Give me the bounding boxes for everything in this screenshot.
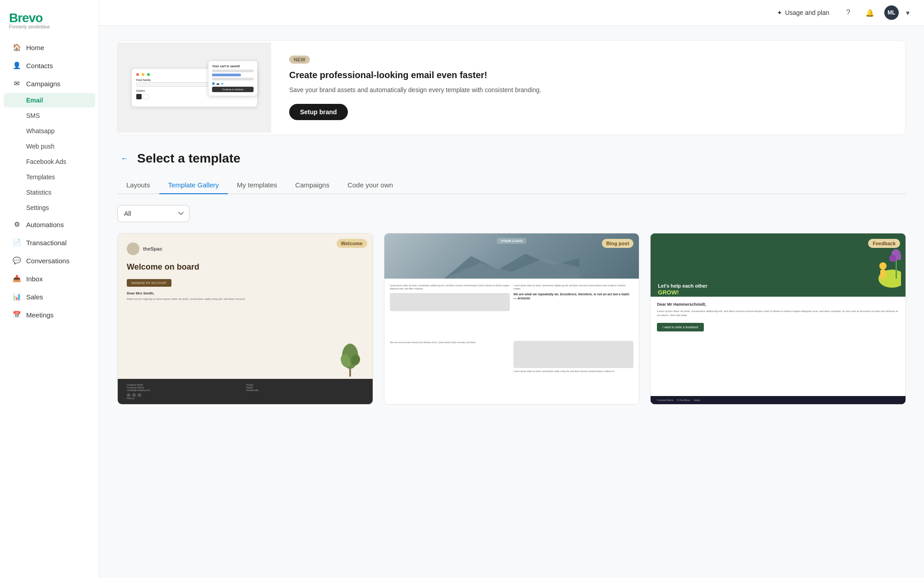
meetings-icon: 📅 [13,311,21,319]
welcome-brand-name: theSpac [143,246,162,252]
sidebar-sub-statistics[interactable]: Statistics [4,185,95,200]
sidebar-item-home[interactable]: 🏠 Home [4,39,95,56]
promo-title: Create professional-looking email even f… [289,69,887,81]
promo-banner: Font family Colors Your cart is saved! [117,40,906,135]
sidebar-sub-webpush[interactable]: Web push [4,139,95,154]
sidebar-sub-whatsapp[interactable]: Whatsapp [4,124,95,138]
contacts-icon: 👤 [13,61,21,70]
header: ✦ Usage and plan ? 🔔 ML ▾ [99,0,924,26]
template-badge-feedback: Feedback [868,239,900,248]
sidebar-item-sales[interactable]: 📊 Sales [4,288,95,305]
sidebar-sub-facebook-ads[interactable]: Facebook Ads [4,154,95,169]
cart-mockup: Your cart is saved! 📘 📷 🐦 Continue to ch… [208,61,258,96]
sidebar-item-label: Transactional [26,239,67,247]
sales-icon: 📊 [13,293,21,301]
sidebar-item-label: Home [26,44,44,51]
welcome-logo-circle [127,242,139,255]
template-card-welcome[interactable]: Welcome theSpac Welcome on board MANAGE … [117,233,373,405]
sidebar-item-transactional[interactable]: 📄 Transactional [4,234,95,251]
user-dropdown-icon[interactable]: ▾ [906,9,910,17]
home-icon: 🏠 [13,43,21,51]
promo-text: NEW Create professional-looking email ev… [271,41,906,135]
category-filter[interactable]: All E-commerce Newsletter Welcome Feedba… [117,205,189,222]
transactional-icon: 📄 [13,238,21,247]
tab-my-templates[interactable]: My templates [228,177,286,194]
conversations-icon: 💬 [13,256,21,265]
template-card-feedback[interactable]: Feedback Let's help each other GROW! [650,233,906,405]
feedback-cta-button: I want to write a feedback [657,323,703,331]
sidebar-item-inbox[interactable]: 📥 Inbox [4,270,95,287]
welcome-dear: Dear Mrs Smith, [127,291,331,295]
blog-logo: YOUR LOGO [497,238,527,244]
template-badge-blog: Blog post [602,239,634,248]
select-template-section: ← Select a template Layouts Template Gal… [117,151,906,405]
tab-campaigns[interactable]: Campaigns [286,177,338,194]
feedback-grow: GROW! [658,289,707,297]
sidebar-item-label: Conversations [26,257,69,265]
template-badge-welcome: Welcome [337,239,367,248]
brand-formerly: Formerly sendinblue [9,24,90,29]
feedback-headline: Let's help each other GROW! [658,283,707,297]
plant-illustration [337,334,364,379]
blog-lorem-3: Vero eos et accusam et justo duo dolores… [390,341,510,344]
template-tabs: Layouts Template Gallery My templates Ca… [117,177,906,194]
tab-code-your-own[interactable]: Code your own [338,177,402,194]
sidebar-item-label: Contacts [26,62,53,70]
promo-image: Font family Colors Your cart is saved! [118,42,271,133]
blog-lorem-2: Lorem ipsum dolor sit amet, consectetur … [513,284,633,290]
help-button[interactable]: ? [841,5,855,20]
setup-brand-button[interactable]: Setup brand [289,104,348,120]
brand-name: Brevo [9,11,90,25]
blog-img-1 [390,293,510,311]
sidebar-item-label: Automations [26,221,64,228]
sidebar-item-contacts[interactable]: 👤 Contacts [4,57,95,74]
blog-lorem-4: Lorem ipsum dolor sit amet, consectetur … [513,370,633,373]
page-title: Select a template [137,151,240,166]
sidebar-item-label: Inbox [26,275,43,283]
welcome-title: Welcome on board [127,262,331,272]
sidebar-sub-email[interactable]: Email [4,93,95,107]
usage-and-plan-button[interactable]: ✦ Usage and plan [772,6,834,19]
back-arrow-icon: ← [120,154,129,163]
sidebar-sub-settings[interactable]: Settings [4,200,95,215]
avatar-initials: ML [887,9,895,16]
sidebar-item-label: Meetings [26,311,54,319]
feedback-inspire: Inspire [693,399,700,401]
notifications-button[interactable]: 🔔 [863,5,877,20]
sidebar-item-label: Campaigns [26,80,60,88]
brand-logo: Brevo Formerly sendinblue [0,7,99,38]
sidebar-item-conversations[interactable]: 💬 Conversations [4,252,95,269]
tab-template-gallery[interactable]: Template Gallery [159,177,228,194]
usage-icon: ✦ [777,9,782,16]
sidebar: Brevo Formerly sendinblue 🏠 Home 👤 Conta… [0,0,99,578]
campaigns-icon: ✉ [13,79,21,88]
blog-hero-image: YOUR LOGO [384,233,639,279]
feedback-footer: Company Name 5, Rue Bleue Inspire [651,396,906,404]
promo-description: Save your brand assets and automatically… [289,85,887,95]
blog-lorem-1: Lorem ipsum dolor sit amet, consectetur … [390,284,510,290]
sidebar-sub-sms[interactable]: SMS [4,108,95,123]
sidebar-item-automations[interactable]: ⚙ Automations [4,216,95,233]
sidebar-item-label: Sales [26,293,43,301]
automations-icon: ⚙ [13,220,21,228]
svg-point-11 [889,255,896,262]
new-badge: NEW [289,56,310,64]
template-card-blog-post[interactable]: Blog post YOUR LOGO Lorem ipsum dolor si… [384,233,640,405]
bell-icon: 🔔 [865,9,874,17]
inbox-icon: 📥 [13,275,21,283]
feedback-company: Company Name [657,399,673,401]
user-avatar[interactable]: ML [884,5,899,20]
sidebar-item-campaigns[interactable]: ✉ Campaigns [4,75,95,92]
tab-layouts[interactable]: Layouts [117,177,159,194]
sidebar-sub-templates[interactable]: Templates [4,170,95,184]
page-content: Font family Colors Your cart is saved! [99,26,924,419]
help-icon: ? [846,9,850,17]
sidebar-item-meetings[interactable]: 📅 Meetings [4,306,95,323]
feedback-hero: Let's help each other GROW! [651,233,906,297]
feedback-body: Dear Mr Hammerschmidt, Lorem ipsum dolor… [651,297,906,396]
feedback-recipient: Dear Mr Hammerschmidt, [657,302,899,307]
back-button[interactable]: ← [117,151,132,166]
blog-img-2 [513,341,633,368]
blog-content: Lorem ipsum dolor sit amet, consectetur … [384,279,639,404]
svg-point-7 [879,262,887,270]
